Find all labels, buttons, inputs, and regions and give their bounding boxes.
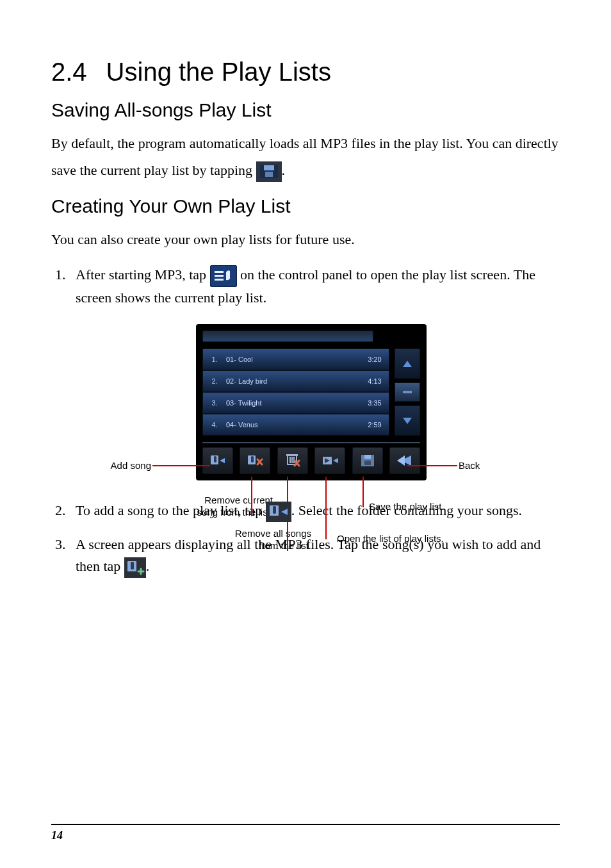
- playlist-table: 1. 01- Cool 3:20 2. 02- Lady bird 4:13: [202, 348, 389, 436]
- section-number: 2.4: [51, 58, 87, 86]
- svg-marker-24: [333, 458, 338, 463]
- svg-marker-29: [397, 455, 405, 466]
- callout-add-song: Add song: [94, 460, 151, 472]
- svg-marker-11: [220, 458, 225, 463]
- add-song-button[interactable]: [202, 447, 233, 474]
- callout-remove-all: Remove all songs from the list.: [202, 528, 311, 552]
- svg-marker-7: [403, 361, 412, 367]
- playlist-icon: [210, 265, 237, 287]
- subheading-saving: Saving All-songs Play List: [51, 99, 560, 121]
- step-3: A screen appears displaying all the MP3 …: [69, 534, 560, 578]
- callout-back: Back: [459, 460, 497, 472]
- save-icon: [256, 161, 282, 182]
- svg-rect-19: [286, 454, 298, 456]
- step-1: After starting MP3, tap on the control p…: [69, 264, 560, 480]
- page-number: 14: [51, 829, 560, 842]
- svg-rect-3: [265, 172, 273, 177]
- footer-rule: [51, 824, 560, 825]
- add-selected-icon: [124, 557, 146, 578]
- playlist-screenshot: 1. 01- Cool 3:20 2. 02- Lady bird 4:13: [113, 324, 523, 480]
- callout-open: Open the list of play lists.: [337, 533, 478, 545]
- table-row[interactable]: 4. 04- Venus 2:59: [202, 414, 389, 436]
- table-row[interactable]: 1. 01- Cool 3:20: [202, 348, 389, 370]
- svg-marker-9: [403, 418, 412, 424]
- svg-rect-5: [215, 275, 224, 277]
- callout-save: Save the play list.: [369, 501, 484, 513]
- saving-paragraph: By default, the program automatically lo…: [51, 130, 560, 184]
- callout-remove-current: Remove current song from the list.: [170, 495, 273, 519]
- svg-rect-8: [403, 391, 412, 393]
- add-song-icon: [266, 502, 291, 522]
- save-playlist-button[interactable]: [352, 447, 383, 474]
- page-title: 2.4Using the Play Lists: [51, 58, 560, 86]
- svg-rect-6: [215, 279, 224, 281]
- remove-all-button[interactable]: [277, 447, 308, 474]
- table-row[interactable]: 3. 03- Twilight 3:35: [202, 392, 389, 414]
- scroll-up-button[interactable]: [395, 348, 420, 379]
- step-2: To add a song to the play list, tap . Se…: [69, 500, 560, 522]
- section-title: Using the Play Lists: [106, 58, 331, 86]
- remove-song-button[interactable]: [240, 447, 270, 474]
- creating-intro: You can also create your own play lists …: [51, 226, 560, 253]
- open-playlists-button[interactable]: [314, 447, 345, 474]
- svg-rect-4: [215, 271, 224, 273]
- table-row[interactable]: 2. 02- Lady bird 4:13: [202, 370, 389, 392]
- scroll-handle[interactable]: [395, 382, 420, 402]
- subheading-creating: Creating Your Own Play List: [51, 195, 560, 217]
- svg-rect-2: [264, 165, 274, 170]
- scroll-down-button[interactable]: [395, 405, 420, 436]
- svg-rect-27: [364, 461, 371, 465]
- back-button[interactable]: [389, 447, 420, 474]
- progress-bar[interactable]: [202, 331, 373, 342]
- svg-rect-26: [364, 455, 371, 459]
